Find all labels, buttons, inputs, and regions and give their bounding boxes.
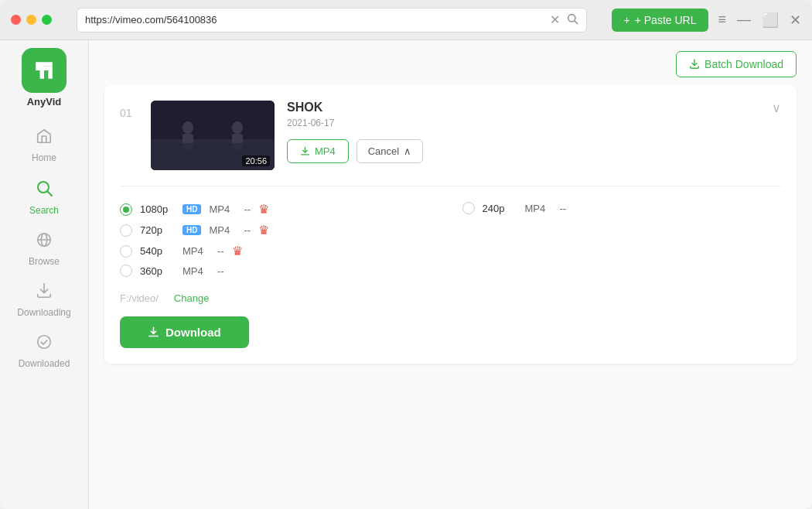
dropdown-icon[interactable]: ∨: [756, 101, 781, 115]
video-actions: MP4 Cancel ∧: [287, 139, 423, 163]
quality-row-240p[interactable]: 240p MP4 --: [462, 199, 782, 217]
size-540p: --: [217, 245, 224, 257]
video-title: SHOK: [287, 101, 423, 114]
quality-options: 1080p HD MP4 -- ♛ 720p: [120, 186, 781, 348]
video-thumbnail[interactable]: 20:56: [151, 101, 275, 170]
quality-row-360p[interactable]: 360p MP4 --: [120, 261, 439, 280]
cancel-label: Cancel: [368, 145, 399, 157]
home-label: Home: [32, 152, 56, 163]
browse-label: Browse: [29, 256, 60, 267]
svg-point-12: [183, 121, 193, 134]
url-text: https://vimeo.com/564100836: [85, 14, 544, 26]
svg-point-9: [38, 336, 51, 349]
download-label: Download: [165, 326, 221, 339]
format-360p: MP4: [183, 265, 210, 277]
content-body: 01: [89, 85, 812, 509]
svg-point-14: [232, 121, 243, 134]
chevron-up-icon: ∧: [404, 145, 411, 157]
mp4-label: MP4: [315, 145, 336, 157]
downloaded-label: Downloaded: [19, 358, 70, 369]
quality-grid: 1080p HD MP4 -- ♛ 720p: [120, 199, 781, 280]
quality-label-360p: 360p: [140, 265, 175, 277]
home-icon: [36, 128, 53, 149]
sidebar-item-downloading[interactable]: Downloading: [0, 275, 88, 326]
change-path-button[interactable]: Change: [174, 292, 210, 304]
quality-row-720p[interactable]: 720p HD MP4 -- ♛: [120, 220, 439, 241]
size-1080p: --: [244, 203, 251, 215]
svg-line-5: [48, 192, 53, 196]
hd-badge-1080p: HD: [183, 204, 201, 214]
batch-download-button[interactable]: Batch Download: [676, 51, 797, 77]
paste-url-button[interactable]: + + Paste URL: [612, 9, 709, 32]
svg-marker-3: [44, 67, 53, 79]
size-240p: --: [560, 203, 567, 214]
minimize-button[interactable]: [26, 15, 36, 25]
quality-col-right: 240p MP4 --: [462, 199, 782, 280]
menu-icon[interactable]: ≡: [718, 12, 726, 29]
paste-url-label: + Paste URL: [635, 14, 697, 26]
url-bar[interactable]: https://vimeo.com/564100836 ✕: [77, 8, 587, 32]
plus-icon: +: [624, 14, 630, 26]
radio-540p[interactable]: [120, 245, 132, 258]
titlebar: https://vimeo.com/564100836 ✕ + + Paste …: [0, 0, 812, 40]
format-540p: MP4: [183, 245, 210, 257]
downloading-icon: [36, 282, 53, 304]
logo-icon: [30, 56, 58, 84]
radio-240p[interactable]: [462, 202, 475, 214]
size-360p: --: [217, 265, 224, 277]
format-240p: MP4: [525, 203, 552, 214]
downloading-label: Downloading: [17, 307, 70, 318]
sidebar: AnyVid Home Search: [0, 40, 89, 509]
window-controls: ≡ — ⬜ ✕: [718, 12, 801, 29]
video-card-top: 01: [120, 101, 781, 170]
browse-icon: [36, 231, 53, 253]
radio-1080p[interactable]: [120, 203, 132, 216]
batch-download-label: Batch Download: [705, 58, 783, 70]
quality-label-720p: 720p: [140, 224, 175, 236]
radio-720p[interactable]: [120, 224, 132, 237]
svg-line-1: [575, 21, 578, 24]
sidebar-item-browse[interactable]: Browse: [0, 224, 88, 275]
main-layout: AnyVid Home Search: [0, 40, 812, 509]
path-row: F:/video/ Change: [120, 292, 781, 304]
mp4-button[interactable]: MP4: [287, 139, 349, 163]
quality-label-1080p: 1080p: [140, 203, 175, 215]
radio-360p[interactable]: [120, 265, 132, 277]
sidebar-item-downloaded[interactable]: Downloaded: [0, 326, 88, 377]
format-720p: MP4: [209, 224, 236, 236]
hd-badge-720p: HD: [183, 225, 201, 235]
save-path: F:/video/: [120, 292, 159, 304]
quality-label-240p: 240p: [483, 203, 517, 214]
premium-icon-720p: ♛: [258, 223, 269, 237]
close-icon[interactable]: ✕: [790, 12, 801, 29]
fullscreen-icon[interactable]: ⬜: [762, 12, 779, 29]
video-number: 01: [120, 101, 138, 119]
app-window: https://vimeo.com/564100836 ✕ + + Paste …: [0, 0, 812, 509]
sidebar-item-home[interactable]: Home: [0, 120, 88, 171]
video-info: SHOK 2021-06-17 MP4: [287, 101, 781, 163]
minimize-icon[interactable]: —: [737, 12, 751, 29]
app-name: AnyVid: [27, 96, 62, 108]
premium-icon-540p: ♛: [232, 244, 243, 258]
quality-row-540p[interactable]: 540p MP4 -- ♛: [120, 241, 439, 261]
premium-icon-1080p: ♛: [258, 202, 269, 217]
video-duration: 20:56: [242, 155, 270, 166]
maximize-button[interactable]: [42, 15, 52, 25]
video-date: 2021-06-17: [287, 118, 423, 128]
size-720p: --: [244, 224, 251, 236]
search-sidebar-icon: [35, 179, 53, 202]
cancel-button[interactable]: Cancel ∧: [357, 139, 423, 163]
format-1080p: MP4: [209, 203, 236, 215]
quality-row-1080p[interactable]: 1080p HD MP4 -- ♛: [120, 199, 439, 220]
content-area: Batch Download 01: [89, 40, 812, 509]
traffic-lights: [11, 15, 52, 25]
search-label: Search: [29, 205, 59, 216]
close-button[interactable]: [11, 15, 21, 25]
sidebar-item-search[interactable]: Search: [0, 171, 88, 224]
download-button[interactable]: Download: [120, 316, 249, 348]
content-header: Batch Download: [89, 40, 812, 85]
clear-url-icon[interactable]: ✕: [550, 14, 560, 26]
app-logo: [22, 48, 67, 93]
downloaded-icon: [36, 333, 53, 355]
quality-label-540p: 540p: [140, 245, 175, 257]
